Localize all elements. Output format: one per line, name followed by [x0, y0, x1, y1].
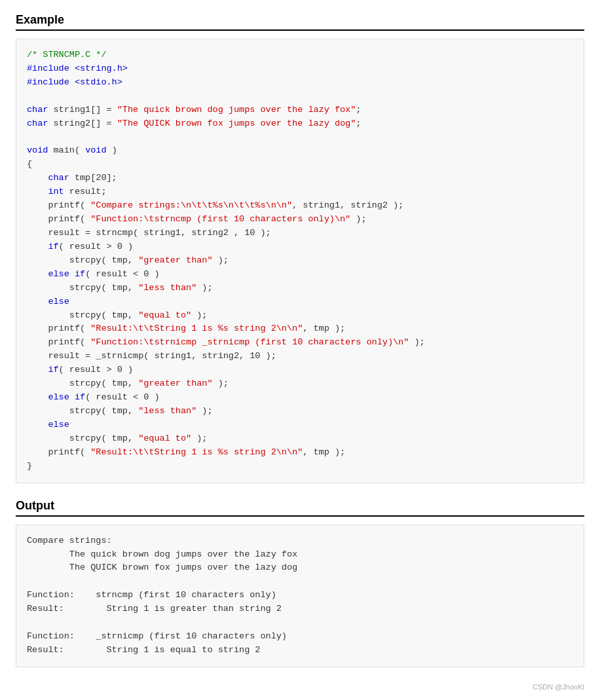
example-title: Example: [16, 13, 584, 31]
code-block: /* STRNCMP.C */ #include <string.h> #inc…: [16, 39, 584, 483]
code-content: /* STRNCMP.C */ #include <string.h> #inc…: [27, 50, 425, 471]
watermark: CSDN @JhonKl: [16, 683, 584, 691]
output-block: Compare strings: The quick brown dog jum…: [16, 525, 584, 667]
page-container: Example /* STRNCMP.C */ #include <string…: [16, 13, 584, 691]
output-content: Compare strings: The quick brown dog jum…: [27, 536, 297, 655]
output-title: Output: [16, 499, 584, 517]
